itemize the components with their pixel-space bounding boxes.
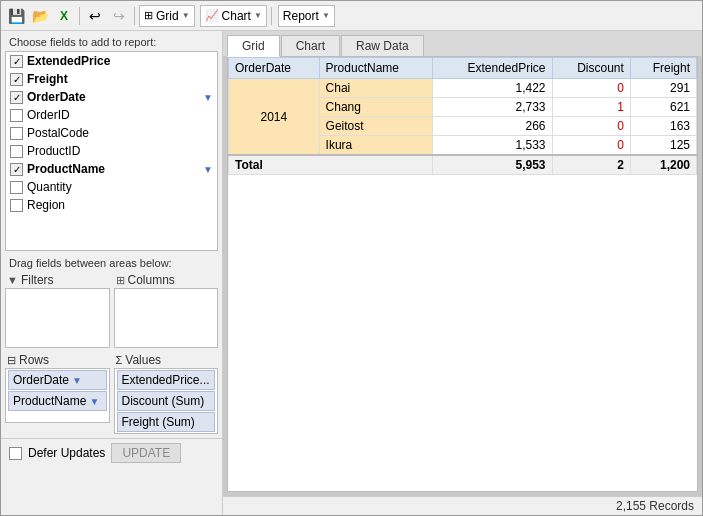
values-header: Σ Values bbox=[114, 352, 219, 368]
field-item-productname[interactable]: ✓ProductName▼ bbox=[6, 160, 217, 178]
rows-header: ⊟ Rows bbox=[5, 352, 110, 368]
extended-cell: 1,422 bbox=[432, 79, 552, 98]
field-checkbox-region[interactable] bbox=[10, 199, 23, 212]
productname-row-tag[interactable]: ProductName ▼ bbox=[8, 391, 107, 411]
field-name-productid: ProductID bbox=[27, 144, 213, 158]
columns-label: Columns bbox=[128, 273, 175, 287]
records-count: 2,155 Records bbox=[616, 499, 694, 513]
tab-rawdata[interactable]: Raw Data bbox=[341, 35, 424, 56]
field-name-productname: ProductName bbox=[27, 162, 199, 176]
discount-cell: 1 bbox=[552, 98, 630, 117]
extended-cell: 1,533 bbox=[432, 136, 552, 156]
field-checkbox-productname[interactable]: ✓ bbox=[10, 163, 23, 176]
field-name-quantity: Quantity bbox=[27, 180, 213, 194]
areas-container: ▼ Filters ⊞ Columns bbox=[1, 272, 222, 348]
tab-chart[interactable]: Chart bbox=[281, 35, 340, 56]
col-discount: Discount bbox=[552, 58, 630, 79]
update-button[interactable]: UPDATE bbox=[111, 443, 181, 463]
undo-button[interactable]: ↩ bbox=[84, 5, 106, 27]
rows-icon: ⊟ bbox=[7, 354, 16, 367]
field-checkbox-quantity[interactable] bbox=[10, 181, 23, 194]
field-item-productid[interactable]: ProductID bbox=[6, 142, 217, 160]
field-name-region: Region bbox=[27, 198, 213, 212]
field-name-orderdate: OrderDate bbox=[27, 90, 199, 104]
orderdate-row-tag[interactable]: OrderDate ▼ bbox=[8, 370, 107, 390]
left-panel: Choose fields to add to report: ✓Extende… bbox=[1, 31, 223, 515]
field-checkbox-orderdate[interactable]: ✓ bbox=[10, 91, 23, 104]
separator-1 bbox=[79, 7, 80, 25]
col-orderdate: OrderDate bbox=[229, 58, 320, 79]
field-item-orderid[interactable]: OrderID bbox=[6, 106, 217, 124]
defer-row: Defer Updates UPDATE bbox=[1, 438, 222, 467]
excel-button[interactable]: X bbox=[53, 5, 75, 27]
field-list: ✓ExtendedPrice✓Freight✓OrderDate▼OrderID… bbox=[5, 51, 218, 251]
discount-cell: 0 bbox=[552, 117, 630, 136]
col-freight: Freight bbox=[630, 58, 696, 79]
grid-dropdown-icon: ⊞ bbox=[144, 9, 153, 22]
filters-content[interactable] bbox=[5, 288, 110, 348]
total-row: Total5,95321,200 bbox=[229, 155, 697, 175]
grid-area: OrderDate ProductName ExtendedPrice Disc… bbox=[227, 56, 698, 492]
rows-content[interactable]: OrderDate ▼ ProductName ▼ bbox=[5, 368, 110, 423]
field-checkbox-extendedprice[interactable]: ✓ bbox=[10, 55, 23, 68]
field-item-freight[interactable]: ✓Freight bbox=[6, 70, 217, 88]
discount-cell: 0 bbox=[552, 79, 630, 98]
separator-2 bbox=[134, 7, 135, 25]
chart-dropdown-arrow: ▼ bbox=[254, 11, 262, 20]
chart-dropdown[interactable]: 📈 Chart ▼ bbox=[200, 5, 267, 27]
extendedprice-value-tag[interactable]: ExtendedPrice... bbox=[117, 370, 216, 390]
freight-cell: 621 bbox=[630, 98, 696, 117]
total-label: Total bbox=[229, 155, 433, 175]
freight-cell: 163 bbox=[630, 117, 696, 136]
field-list-label: Choose fields to add to report: bbox=[1, 31, 222, 51]
right-panel: Grid Chart Raw Data OrderDate ProductNam… bbox=[223, 31, 702, 515]
product-cell: Chai bbox=[319, 79, 432, 98]
redo-button[interactable]: ↪ bbox=[108, 5, 130, 27]
total-extended: 5,953 bbox=[432, 155, 552, 175]
field-checkbox-orderid[interactable] bbox=[10, 109, 23, 122]
filters-area: ▼ Filters bbox=[5, 272, 110, 348]
grid-dropdown[interactable]: ⊞ Grid ▼ bbox=[139, 5, 195, 27]
field-checkbox-freight[interactable]: ✓ bbox=[10, 73, 23, 86]
rows-label: Rows bbox=[19, 353, 49, 367]
field-item-quantity[interactable]: Quantity bbox=[6, 178, 217, 196]
col-extendedprice: ExtendedPrice bbox=[432, 58, 552, 79]
discount-tag-label: Discount (Sum) bbox=[122, 394, 205, 408]
save-button[interactable]: 💾 bbox=[5, 5, 27, 27]
rows-area: ⊟ Rows OrderDate ▼ ProductName ▼ bbox=[5, 352, 110, 434]
status-bar: 2,155 Records bbox=[223, 496, 702, 515]
freight-value-tag[interactable]: Freight (Sum) bbox=[117, 412, 216, 432]
report-dropdown-arrow: ▼ bbox=[322, 11, 330, 20]
report-dropdown-label: Report bbox=[283, 9, 319, 23]
defer-label: Defer Updates bbox=[28, 446, 105, 460]
extended-cell: 2,733 bbox=[432, 98, 552, 117]
report-dropdown[interactable]: Report ▼ bbox=[278, 5, 335, 27]
chart-dropdown-icon: 📈 bbox=[205, 9, 219, 22]
separator-3 bbox=[271, 7, 272, 25]
values-content[interactable]: ExtendedPrice... Discount (Sum) Freight … bbox=[114, 368, 219, 434]
field-name-freight: Freight bbox=[27, 72, 213, 86]
field-name-postalcode: PostalCode bbox=[27, 126, 213, 140]
filters-label: Filters bbox=[21, 273, 54, 287]
field-item-extendedprice[interactable]: ✓ExtendedPrice bbox=[6, 52, 217, 70]
freight-cell: 125 bbox=[630, 136, 696, 156]
chart-dropdown-label: Chart bbox=[222, 9, 251, 23]
values-icon: Σ bbox=[116, 354, 123, 366]
columns-icon: ⊞ bbox=[116, 274, 125, 287]
field-checkbox-postalcode[interactable] bbox=[10, 127, 23, 140]
field-item-postalcode[interactable]: PostalCode bbox=[6, 124, 217, 142]
defer-checkbox[interactable] bbox=[9, 447, 22, 460]
extendedprice-tag-label: ExtendedPrice... bbox=[122, 373, 210, 387]
productname-filter-icon: ▼ bbox=[89, 396, 99, 407]
open-button[interactable]: 📂 bbox=[29, 5, 51, 27]
values-label: Values bbox=[125, 353, 161, 367]
discount-value-tag[interactable]: Discount (Sum) bbox=[117, 391, 216, 411]
tab-grid[interactable]: Grid bbox=[227, 35, 280, 57]
field-item-region[interactable]: Region bbox=[6, 196, 217, 214]
field-filter-orderdate: ▼ bbox=[203, 92, 213, 103]
field-name-orderid: OrderID bbox=[27, 108, 213, 122]
field-item-orderdate[interactable]: ✓OrderDate▼ bbox=[6, 88, 217, 106]
field-checkbox-productid[interactable] bbox=[10, 145, 23, 158]
col-productname: ProductName bbox=[319, 58, 432, 79]
columns-content[interactable] bbox=[114, 288, 219, 348]
